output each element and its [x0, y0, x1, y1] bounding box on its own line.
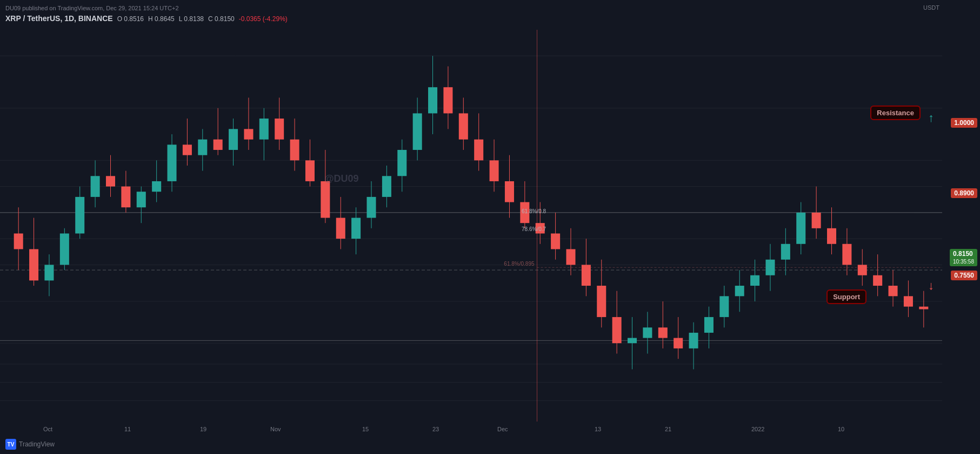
chart-container: DU09 published on TradingView.com, Dec 2… — [0, 0, 980, 454]
quote-currency-label: USDT — [923, 4, 939, 11]
time-label-15: 15 — [362, 426, 369, 432]
time-label-2022: 2022 — [751, 426, 764, 432]
time-label-23: 23 — [432, 426, 439, 432]
tradingview-text: TradingView — [19, 440, 55, 448]
ohlc-high: H 0.8645 — [148, 15, 175, 24]
time-axis: Oct 11 19 Nov 15 23 Dec 13 21 2022 10 — [0, 422, 942, 454]
ohlc-low: L 0.8138 — [179, 15, 204, 24]
price-axis — [942, 30, 980, 422]
resistance-label: Resistance — [870, 106, 921, 120]
tv-icon: TV — [5, 439, 16, 450]
time-label-21: 21 — [665, 426, 671, 432]
time-label-oct: Oct — [43, 426, 52, 432]
time-label-nov: Nov — [270, 426, 281, 432]
price-tag-0755: 0.7550 — [951, 271, 977, 280]
time-label-11: 11 — [124, 426, 131, 432]
chart-header: DU09 published on TradingView.com, Dec 2… — [5, 4, 288, 24]
fib-label-1: 78.6%/0.7 — [522, 226, 546, 232]
price-change: -0.0365 (-4.29%) — [239, 15, 288, 24]
ohlc-close: C 0.8150 — [208, 15, 235, 24]
time-label-dec: Dec — [497, 426, 508, 432]
ohlc-open: O 0.8516 — [117, 15, 144, 24]
support-label: Support — [826, 289, 866, 304]
tradingview-logo: TV TradingView — [5, 439, 55, 450]
arrow-down-icon: ↓ — [928, 279, 934, 293]
chart-area[interactable] — [0, 30, 942, 422]
fib-label-2: 61.8%/0.8 — [522, 208, 546, 214]
price-tag-1000: 1.0000 — [951, 118, 977, 128]
price-tag-0815: 0.815010:35:58 — [950, 249, 977, 266]
arrow-up-icon: ↑ — [928, 111, 934, 125]
time-label-13: 13 — [595, 426, 601, 432]
symbol-label: XRP / TetherUS, 1D, BINANCE — [5, 14, 113, 24]
published-info: DU09 published on TradingView.com, Dec 2… — [5, 4, 288, 12]
watermark: @DU09 — [324, 173, 359, 185]
time-label-19: 19 — [200, 426, 206, 432]
time-label-10: 10 — [838, 426, 844, 432]
price-tag-0890: 0.8900 — [951, 188, 977, 198]
